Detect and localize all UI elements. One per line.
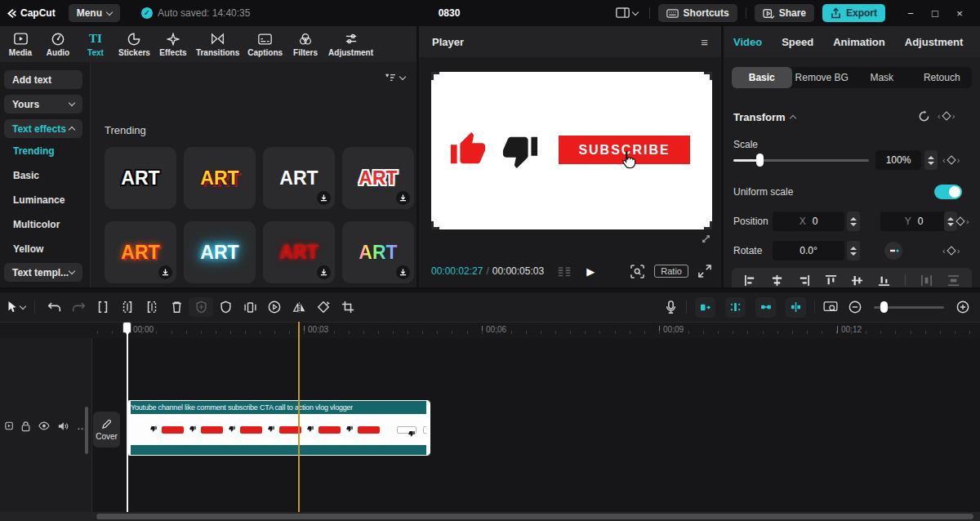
rotate-stepper[interactable] [847, 241, 860, 260]
tab-animation[interactable]: Animation [833, 36, 885, 48]
fullscreen-icon[interactable] [698, 265, 711, 278]
align-center-vertical-icon[interactable] [851, 274, 863, 287]
close-button[interactable]: × [947, 7, 972, 20]
lock-track-icon[interactable] [21, 421, 30, 432]
tab-adjustment[interactable]: Adjustment [324, 26, 377, 62]
text-templates-section-button[interactable]: Text templ... [4, 263, 82, 282]
timeline-ruler[interactable]: 00:00 00:03 00:06 00:09 00:12 [0, 322, 980, 338]
layout-switch-button[interactable] [612, 7, 641, 19]
subtab-remove-bg[interactable]: Remove BG [792, 67, 853, 88]
effect-thumbnail[interactable]: ART [342, 147, 414, 209]
maximize-button[interactable]: □ [923, 7, 947, 20]
filter-button[interactable] [385, 73, 405, 82]
clip-trim-handle-right[interactable] [426, 401, 430, 455]
uniform-scale-toggle[interactable] [934, 185, 962, 199]
undo-button[interactable] [42, 297, 66, 317]
timeline-zoom-slider[interactable] [874, 306, 944, 309]
sidebar-item-luminance[interactable]: Luminance [13, 194, 65, 206]
playhead[interactable] [127, 322, 128, 512]
zoom-slider-handle[interactable] [880, 301, 888, 313]
align-left-icon[interactable] [744, 274, 756, 287]
collapse-icon[interactable] [789, 115, 795, 122]
zoom-out-button[interactable] [843, 297, 867, 317]
text-effects-section-button[interactable]: Text effects [4, 119, 82, 138]
mute-track-icon[interactable] [58, 421, 69, 431]
timeline-tracks-area[interactable]: … Cover Youtube channel like comment sub… [0, 338, 980, 512]
tab-filters[interactable]: Filters [287, 26, 324, 62]
delete-right-button[interactable] [140, 297, 164, 317]
effect-thumbnail[interactable]: ART [263, 221, 335, 283]
play-button[interactable]: ▶ [586, 265, 595, 278]
frame-view-icon[interactable] [557, 266, 572, 277]
mirror-button[interactable] [238, 297, 262, 317]
tab-video[interactable]: Video [733, 36, 762, 48]
scale-slider[interactable] [733, 159, 869, 162]
subtab-retouch[interactable]: Retouch [912, 67, 973, 88]
transform-keyframe-control[interactable]: ‹› [938, 111, 955, 121]
scale-value-field[interactable]: 100% [875, 150, 921, 170]
preview-canvas[interactable]: SUBSCRIBE [431, 72, 712, 229]
tab-stickers[interactable]: Stickers [114, 26, 154, 62]
select-tool-button[interactable] [0, 297, 31, 317]
align-top-icon[interactable] [825, 274, 837, 287]
rotate-dial[interactable] [884, 241, 903, 260]
effect-thumbnail[interactable]: ART [105, 221, 176, 283]
speed-button[interactable] [262, 297, 287, 317]
position-y-field[interactable]: Y 0 [880, 212, 947, 231]
rotate-keyframe-control[interactable]: ‹› [942, 246, 960, 256]
minimize-button[interactable]: − [898, 7, 923, 20]
record-voiceover-button[interactable] [658, 297, 683, 317]
render-preview-button[interactable] [818, 297, 843, 317]
menu-button[interactable]: Menu [69, 4, 120, 22]
shield-button[interactable] [213, 297, 238, 317]
effect-thumbnail[interactable]: ART [263, 147, 335, 209]
align-right-icon[interactable] [798, 274, 810, 287]
hide-track-icon[interactable] [38, 421, 50, 430]
distribute-horizontal-icon[interactable] [920, 274, 933, 287]
tab-effects[interactable]: Effects [154, 26, 192, 62]
delete-left-button[interactable] [115, 297, 140, 317]
sidebar-item-yellow[interactable]: Yellow [13, 243, 43, 255]
ratio-button[interactable]: Ratio [654, 265, 688, 278]
crop-button[interactable] [336, 297, 360, 317]
freeze-button[interactable] [189, 297, 213, 317]
position-x-field[interactable]: X 0 [773, 212, 844, 231]
shortcuts-button[interactable]: Shortcuts [658, 4, 737, 22]
main-track-magnetic-toggle[interactable] [695, 297, 715, 318]
redo-button[interactable] [66, 297, 91, 317]
zoom-in-button[interactable] [951, 297, 975, 317]
effect-thumbnail[interactable]: ART [105, 147, 176, 209]
track-scrollbar[interactable] [85, 407, 88, 454]
rotate-value-field[interactable]: 0.0° [773, 241, 844, 260]
scale-stepper[interactable] [924, 150, 938, 170]
linking-toggle[interactable] [755, 297, 776, 318]
focus-zoom-icon[interactable] [630, 265, 644, 278]
auto-snapping-toggle[interactable] [725, 297, 746, 318]
sidebar-item-basic[interactable]: Basic [13, 170, 39, 181]
position-x-stepper[interactable] [847, 212, 860, 231]
text-clip[interactable]: Youtube channel like comment subscribe C… [127, 400, 430, 456]
tab-captions[interactable]: Captions [243, 26, 287, 62]
yours-section-button[interactable]: Yours [4, 95, 82, 114]
export-button[interactable]: Export [822, 4, 885, 22]
tab-text[interactable]: TI Text [77, 26, 114, 62]
scale-keyframe-control[interactable]: ‹› [942, 155, 960, 165]
share-button[interactable]: Share [755, 4, 814, 22]
playhead-handle[interactable] [122, 322, 131, 333]
sidebar-item-multicolor[interactable]: Multicolor [13, 219, 60, 230]
player-menu-icon[interactable]: ≡ [701, 35, 708, 49]
cover-button[interactable]: Cover [93, 412, 120, 448]
canvas-resize-icon[interactable] [701, 234, 711, 244]
flip-button[interactable] [287, 297, 311, 317]
horizontal-scrollbar[interactable] [96, 514, 973, 519]
subtab-basic[interactable]: Basic [732, 67, 792, 88]
position-keyframe-control[interactable]: › [957, 216, 969, 226]
sidebar-item-trending[interactable]: Trending [13, 145, 55, 157]
add-text-button[interactable]: Add text [4, 70, 82, 89]
align-bottom-icon[interactable] [878, 274, 890, 287]
tab-audio[interactable]: Audio [39, 26, 77, 62]
effect-thumbnail[interactable]: ART [184, 147, 256, 209]
delete-button[interactable] [164, 297, 189, 317]
effect-thumbnail[interactable]: ART [184, 221, 256, 283]
split-button[interactable] [91, 297, 115, 317]
